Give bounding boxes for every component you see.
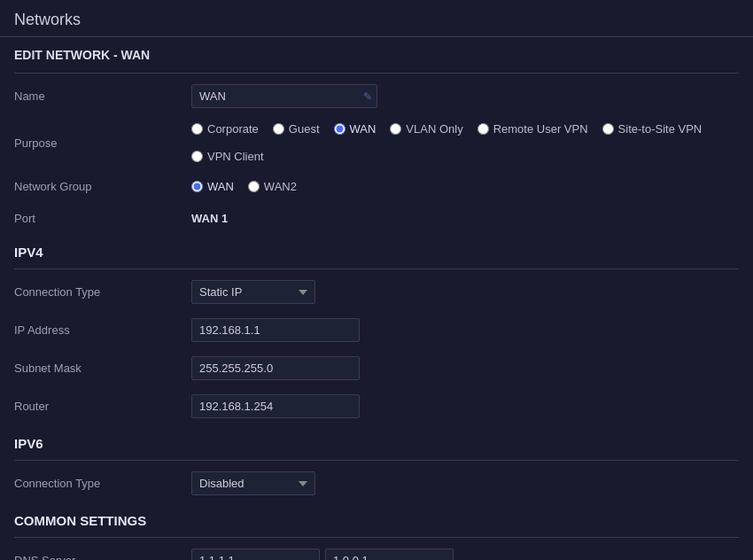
header-divider: [14, 73, 739, 74]
purpose-vpn-client-radio[interactable]: [191, 151, 203, 162]
network-group-wan2-radio[interactable]: [248, 181, 260, 192]
router-label: Router: [14, 400, 191, 413]
network-group-wan2-label: WAN2: [264, 180, 297, 193]
network-group-wan-radio[interactable]: [191, 181, 203, 192]
ipv4-divider: [14, 268, 739, 269]
ipv6-connection-type-control: Disabled DHCPv6 Static 6to4 6in4: [191, 471, 739, 495]
port-value: WAN 1: [191, 212, 228, 225]
purpose-guest[interactable]: Guest: [273, 122, 320, 136]
name-input-container: ✎: [191, 84, 377, 108]
purpose-site-to-site-vpn[interactable]: Site-to-Site VPN: [602, 122, 703, 136]
ipv6-divider: [14, 460, 739, 461]
name-row: Name ✎: [14, 77, 739, 115]
purpose-vlan-only-label: VLAN Only: [406, 122, 462, 136]
subnet-mask-input[interactable]: [191, 356, 360, 380]
purpose-remote-user-vpn-radio[interactable]: [477, 123, 489, 135]
ipv4-connection-type-select[interactable]: Static IP DHCP PPPoE: [191, 280, 315, 304]
purpose-vlan-only-radio[interactable]: [390, 123, 401, 135]
purpose-guest-radio[interactable]: [273, 123, 284, 135]
page-title: Networks: [14, 11, 81, 28]
router-input[interactable]: [191, 394, 360, 418]
dns-server-label: DNS Server: [14, 554, 191, 560]
purpose-control: Corporate Guest WAN VLAN Only Remote Use…: [191, 122, 739, 163]
purpose-site-to-site-vpn-radio[interactable]: [602, 123, 614, 135]
purpose-remote-user-vpn-label: Remote User VPN: [493, 122, 588, 136]
network-group-label: Network Group: [14, 180, 191, 193]
purpose-wan-label: WAN: [350, 122, 376, 136]
main-content: EDIT NETWORK - WAN Name ✎ Purpose Corpor…: [0, 37, 753, 560]
purpose-radio-group: Corporate Guest WAN VLAN Only Remote Use…: [191, 122, 739, 163]
network-group-wan-label: WAN: [207, 180, 234, 193]
purpose-wan[interactable]: WAN: [334, 122, 376, 136]
purpose-row: Purpose Corporate Guest WAN VLAN Only: [14, 115, 739, 170]
ipv6-connection-type-label: Connection Type: [14, 477, 191, 490]
port-label: Port: [14, 212, 191, 225]
purpose-label: Purpose: [14, 136, 191, 150]
dns-server-2-input[interactable]: [325, 548, 454, 560]
edit-section-title: EDIT NETWORK - WAN: [14, 37, 739, 69]
port-row: Port WAN 1: [14, 202, 739, 234]
network-group-row: Network Group WAN WAN2: [14, 170, 739, 202]
dns-server-control: [191, 548, 739, 560]
network-group-wan2[interactable]: WAN2: [248, 180, 297, 193]
purpose-guest-label: Guest: [289, 122, 320, 136]
subnet-mask-row: Subnet Mask: [14, 349, 739, 387]
purpose-site-to-site-vpn-label: Site-to-Site VPN: [618, 122, 703, 136]
ip-address-row: IP Address: [14, 311, 739, 349]
purpose-vpn-client[interactable]: VPN Client: [191, 150, 264, 163]
ipv4-connection-type-control: Static IP DHCP PPPoE: [191, 280, 739, 304]
page-header: Networks: [0, 0, 753, 37]
dns-server-1-input[interactable]: [191, 548, 320, 560]
purpose-remote-user-vpn[interactable]: Remote User VPN: [477, 122, 588, 136]
purpose-vpn-client-label: VPN Client: [207, 150, 264, 163]
name-control: ✎: [191, 84, 739, 108]
subnet-mask-label: Subnet Mask: [14, 362, 191, 375]
purpose-corporate-radio[interactable]: [191, 123, 203, 135]
purpose-vlan-only[interactable]: VLAN Only: [390, 122, 462, 136]
subnet-mask-control: [191, 356, 739, 380]
router-row: Router: [14, 387, 739, 425]
ipv4-connection-type-label: Connection Type: [14, 285, 191, 299]
network-group-wan[interactable]: WAN: [191, 180, 234, 193]
ip-address-input[interactable]: [191, 318, 360, 342]
ipv4-section-title: IPV4: [14, 234, 739, 265]
purpose-wan-radio[interactable]: [334, 123, 345, 135]
purpose-corporate-label: Corporate: [207, 122, 259, 136]
ip-address-label: IP Address: [14, 323, 191, 337]
common-settings-divider: [14, 537, 739, 538]
ipv6-connection-type-select[interactable]: Disabled DHCPv6 Static 6to4 6in4: [191, 471, 315, 495]
ip-address-control: [191, 318, 739, 342]
network-group-radio-group: WAN WAN2: [191, 180, 297, 193]
edit-icon: ✎: [363, 90, 372, 103]
purpose-corporate[interactable]: Corporate: [191, 122, 259, 136]
dns-server-row: DNS Server: [14, 541, 739, 560]
router-control: [191, 394, 739, 418]
name-label: Name: [14, 89, 191, 103]
port-control: WAN 1: [191, 212, 739, 225]
name-input[interactable]: [191, 84, 377, 108]
ipv4-connection-type-row: Connection Type Static IP DHCP PPPoE: [14, 273, 739, 311]
network-group-control: WAN WAN2: [191, 180, 739, 193]
ipv6-section-title: IPV6: [14, 425, 739, 456]
common-settings-section-title: COMMON SETTINGS: [14, 502, 739, 533]
ipv6-connection-type-row: Connection Type Disabled DHCPv6 Static 6…: [14, 464, 739, 502]
